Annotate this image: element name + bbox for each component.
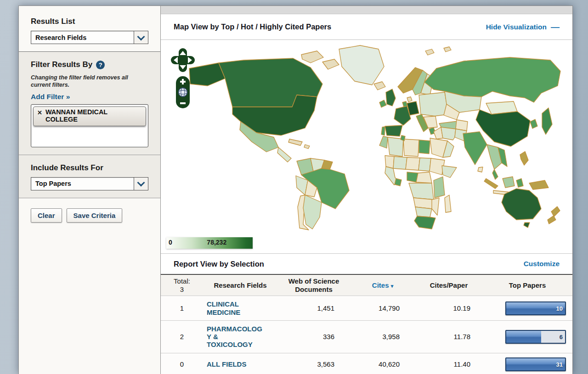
filter-note: Changing the filter field removes all cu… [31, 74, 148, 89]
sidebar: Results List Research Fields Filter Resu… [19, 6, 161, 374]
table-row: 1 CLINICAL MEDICINE 1,451 14,790 10.19 1… [161, 296, 572, 321]
top-papers-bar[interactable]: 10 [505, 301, 566, 315]
map-legend: 0 78,232 [166, 237, 253, 249]
row-cites: 14,790 [350, 296, 415, 321]
row-documents: 336 [277, 320, 350, 353]
filter-title: Filter Results By ? [31, 60, 148, 69]
results-list-title: Results List [31, 17, 148, 26]
map-view-header: Map View by Top / Hot / Highly Cited Pap… [161, 14, 572, 40]
row-rank: 0 [161, 353, 203, 374]
include-results-dropdown-button[interactable] [134, 178, 148, 190]
hide-visualization-link[interactable]: Hide Visualization — [486, 22, 560, 31]
north-america-region[interactable] [189, 45, 385, 162]
legend-max-value: 78,232 [207, 239, 226, 246]
top-strip [161, 6, 572, 14]
sort-descending-icon: ▾ [391, 283, 394, 289]
row-cites: 40,620 [350, 353, 415, 374]
europe-region[interactable] [379, 47, 451, 136]
top-papers-bar[interactable]: 6 [505, 330, 566, 344]
row-cites-per-paper: 10.19 [415, 296, 482, 321]
column-cites-per-paper[interactable]: Cites/Paper [415, 275, 482, 296]
chevron-down-icon [137, 33, 145, 40]
row-cites-per-paper: 11.40 [415, 353, 482, 374]
total-count: Total: 3 [161, 275, 203, 296]
chevron-down-icon [137, 179, 145, 187]
row-cites-per-paper: 11.78 [415, 320, 482, 353]
results-list-dropdown-button[interactable] [134, 31, 148, 44]
table-row: 0 ALL FIELDS 3,563 40,620 11.40 31 [161, 353, 572, 374]
collapse-icon: — [551, 22, 560, 31]
map-visualization: 0 78,232 [161, 40, 572, 254]
world-map-choropleth[interactable] [187, 42, 564, 232]
customize-link[interactable]: Customize [524, 260, 560, 268]
field-link[interactable]: PHARMACOLOGY & TOXICOLOGY [207, 325, 262, 349]
field-link[interactable]: CLINICAL MEDICINE [207, 300, 240, 316]
row-rank: 2 [161, 320, 203, 353]
row-cites: 3,958 [350, 320, 415, 353]
include-results-dropdown[interactable]: Top Papers [31, 177, 148, 190]
main-area: Map View by Top / Hot / Highly Cited Pap… [161, 6, 572, 374]
sidebar-buttons-section: Clear Save Criteria [19, 198, 160, 374]
column-wos-documents[interactable]: Web of Science Documents [277, 275, 350, 296]
column-research-fields[interactable]: Research Fields [203, 275, 277, 296]
help-icon[interactable]: ? [96, 61, 105, 69]
include-results-dropdown-value: Top Papers [31, 178, 134, 190]
table-row: 2 PHARMACOLOGY & TOXICOLOGY 336 3,958 11… [161, 320, 572, 353]
app-window: Results List Research Fields Filter Resu… [18, 6, 573, 374]
oceania-region[interactable] [502, 180, 560, 228]
bar-value: 10 [556, 305, 563, 312]
results-list-dropdown-value: Research Fields [31, 31, 134, 44]
report-view-header: Report View by Selection Customize [161, 254, 572, 275]
column-cites-sorted[interactable]: Cites ▾ [350, 275, 415, 296]
filter-chip-label: WANNAN MEDICAL COLLEGE [45, 108, 137, 123]
active-filters-box: ✕ WANNAN MEDICAL COLLEGE [31, 104, 148, 147]
field-link[interactable]: ALL FIELDS [207, 360, 246, 368]
column-top-papers[interactable]: Top Papers [482, 275, 572, 296]
report-view-title: Report View by Selection [174, 260, 524, 268]
save-criteria-button[interactable]: Save Criteria [67, 208, 123, 223]
row-documents: 1,451 [277, 296, 350, 321]
include-results-section: Include Results For Top Papers [19, 155, 160, 198]
globe-icon [179, 88, 187, 97]
bar-value: 6 [560, 333, 563, 340]
top-papers-bar[interactable]: 31 [505, 357, 566, 371]
results-list-section: Results List Research Fields [19, 6, 160, 52]
filter-chip[interactable]: ✕ WANNAN MEDICAL COLLEGE [33, 106, 146, 126]
south-america-region[interactable] [296, 158, 349, 230]
map-view-title: Map View by Top / Hot / Highly Cited Pap… [174, 22, 486, 31]
bar-value: 31 [556, 361, 563, 368]
add-filter-link[interactable]: Add Filter » [31, 93, 70, 101]
row-documents: 3,563 [277, 353, 350, 374]
report-table-header-row: Total: 3 Research Fields Web of Science … [161, 275, 572, 296]
report-table: Total: 3 Research Fields Web of Science … [161, 275, 572, 374]
include-results-title: Include Results For [31, 163, 148, 173]
legend-min-value: 0 [169, 239, 172, 246]
remove-filter-icon[interactable]: ✕ [37, 109, 42, 116]
filter-section: Filter Results By ? Changing the filter … [19, 52, 160, 155]
clear-button[interactable]: Clear [31, 208, 62, 223]
row-rank: 1 [161, 296, 203, 321]
bar-fill [506, 331, 541, 343]
results-list-dropdown[interactable]: Research Fields [31, 31, 148, 44]
